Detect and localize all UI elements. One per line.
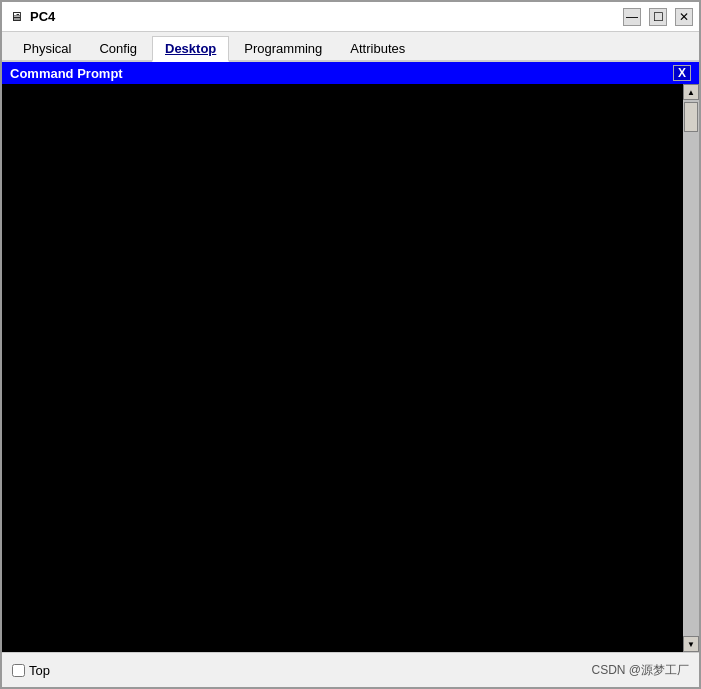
close-window-button[interactable]: ✕ [675, 8, 693, 26]
command-prompt-close-button[interactable]: X [673, 65, 691, 81]
app-icon: 🖥 [8, 9, 24, 25]
terminal-area[interactable]: C:\>ping 192.168.1.3 Pinging 192.168.1.3… [2, 84, 683, 652]
scrollbar: ▲ ▼ [683, 84, 699, 652]
terminal-wrapper: C:\>ping 192.168.1.3 Pinging 192.168.1.3… [2, 84, 699, 652]
top-checkbox-label[interactable]: Top [29, 663, 50, 678]
maximize-button[interactable]: ☐ [649, 8, 667, 26]
tab-desktop[interactable]: Desktop [152, 36, 229, 62]
main-content: Command Prompt X C:\>ping 192.168.1.3 Pi… [2, 62, 699, 652]
scrollbar-up-button[interactable]: ▲ [683, 84, 699, 100]
top-checkbox[interactable] [12, 664, 25, 677]
top-checkbox-area: Top [12, 663, 50, 678]
tab-programming[interactable]: Programming [231, 36, 335, 60]
tab-config[interactable]: Config [86, 36, 150, 60]
command-prompt-title: Command Prompt [10, 66, 123, 81]
tab-attributes[interactable]: Attributes [337, 36, 418, 60]
tab-bar: Physical Config Desktop Programming Attr… [2, 32, 699, 62]
brand-label: CSDN @源梦工厂 [591, 662, 689, 679]
terminal-output: C:\>ping 192.168.1.3 Pinging 192.168.1.3… [10, 90, 675, 570]
command-prompt-header: Command Prompt X [2, 62, 699, 84]
scrollbar-thumb[interactable] [684, 102, 698, 132]
minimize-button[interactable]: — [623, 8, 641, 26]
scrollbar-down-button[interactable]: ▼ [683, 636, 699, 652]
app-window: 🖥 PC4 — ☐ ✕ Physical Config Desktop Prog… [2, 2, 699, 687]
tab-physical[interactable]: Physical [10, 36, 84, 60]
bottom-bar: Top CSDN @源梦工厂 [2, 652, 699, 687]
window-controls: — ☐ ✕ [623, 8, 693, 26]
window-title: PC4 [30, 9, 623, 24]
title-bar: 🖥 PC4 — ☐ ✕ [2, 2, 699, 32]
